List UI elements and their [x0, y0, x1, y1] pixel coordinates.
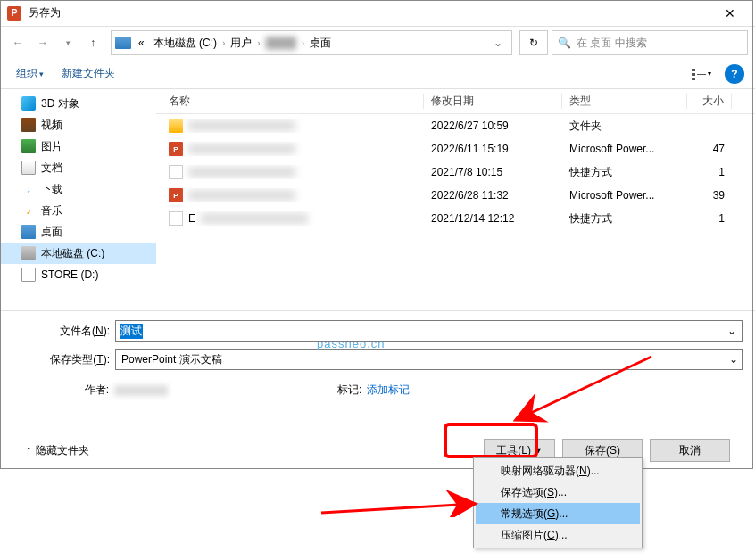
music-icon: ♪: [21, 203, 36, 218]
author-value-redacted[interactable]: [114, 385, 168, 396]
up-button[interactable]: ↑: [82, 32, 104, 54]
new-folder-button[interactable]: 新建文件夹: [56, 62, 120, 85]
chevron-right-icon: ›: [222, 38, 225, 48]
back-button[interactable]: ←: [7, 32, 29, 54]
cell-date: 2021/7/8 10:15: [424, 166, 562, 178]
documents-icon: [21, 161, 36, 175]
filename-redacted: [188, 120, 295, 131]
cell-type: Microsoft Power...: [562, 189, 687, 202]
svg-rect-4: [692, 78, 695, 80]
downloads-icon: ↓: [21, 182, 36, 196]
drive-icon: [115, 37, 131, 49]
cell-size: 1: [687, 212, 732, 225]
hide-folders-toggle[interactable]: ⌃ 隐藏文件夹: [25, 443, 89, 458]
tags-label: 标记:: [337, 383, 361, 398]
column-header-date[interactable]: 修改日期: [424, 94, 562, 109]
sidebar-item-videos[interactable]: 视频: [0, 114, 156, 136]
file-row[interactable]: P2022/6/28 11:32Microsoft Power...39: [156, 184, 755, 207]
breadcrumb-item-redacted[interactable]: ████: [262, 35, 300, 51]
drive-icon: [21, 246, 36, 260]
sidebar-item-store-d[interactable]: STORE (D:): [0, 264, 156, 285]
cell-type: Microsoft Power...: [562, 143, 687, 155]
chevron-right-icon: ›: [257, 38, 260, 48]
file-row[interactable]: 2022/6/27 10:59文件夹: [156, 114, 755, 137]
search-input[interactable]: 🔍 在 桌面 中搜索: [552, 30, 748, 55]
filename-dropdown[interactable]: ⌄: [724, 323, 740, 339]
cell-date: 2022/6/27 10:59: [424, 119, 562, 132]
menu-item-compress-pictures[interactable]: 压缩图片(C)...: [476, 524, 640, 546]
sidebar-item-pictures[interactable]: 图片: [0, 136, 156, 157]
svg-rect-3: [697, 74, 706, 75]
sidebar-item-documents[interactable]: 文档: [0, 157, 156, 178]
cell-date: 2021/12/14 12:12: [424, 212, 562, 225]
svg-rect-0: [692, 69, 695, 71]
sidebar-item-downloads[interactable]: ↓下载: [0, 178, 156, 200]
3d-objects-icon: [21, 96, 36, 111]
filetype-select[interactable]: PowerPoint 演示文稿 ⌄: [115, 349, 743, 370]
menu-item-save-options[interactable]: 保存选项(S)...: [476, 482, 640, 503]
cell-type: 快捷方式: [562, 165, 687, 180]
shortcut-icon: [169, 165, 183, 179]
refresh-button[interactable]: ↻: [519, 30, 548, 55]
videos-icon: [21, 118, 36, 132]
close-button[interactable]: ✕: [712, 1, 748, 26]
filename-input[interactable]: 测试 ⌄: [115, 320, 743, 342]
column-header-name[interactable]: 名称: [156, 94, 424, 109]
cancel-button[interactable]: 取消: [650, 439, 730, 462]
cell-size: 39: [687, 189, 732, 202]
help-button[interactable]: ?: [725, 64, 744, 84]
cell-date: 2022/6/11 15:19: [424, 143, 562, 155]
filename-redacted: [188, 190, 295, 201]
breadcrumb-item[interactable]: 用户: [227, 34, 255, 53]
tools-dropdown-menu: 映射网络驱动器(N)... 保存选项(S)... 常规选项(G)... 压缩图片…: [473, 457, 643, 548]
svg-rect-2: [692, 73, 695, 76]
app-icon: P: [7, 6, 21, 21]
breadcrumb-item[interactable]: 本地磁盘 (C:): [150, 34, 220, 53]
pictures-icon: [21, 139, 36, 153]
address-bar[interactable]: « 本地磁盘 (C:) › 用户 › ████ › 桌面 ⌄: [111, 30, 512, 55]
sidebar-item-music[interactable]: ♪音乐: [0, 200, 156, 221]
breadcrumb-prefix[interactable]: «: [135, 35, 148, 51]
organize-menu[interactable]: 组织▾: [11, 62, 49, 85]
sidebar-item-local-disk-c[interactable]: 本地磁盘 (C:): [0, 243, 156, 264]
file-list-header: 名称 修改日期 类型 大小: [156, 89, 755, 114]
filetype-label: 保存类型(T):: [12, 352, 115, 367]
powerpoint-icon: P: [169, 142, 183, 156]
menu-item-map-drive[interactable]: 映射网络驱动器(N)...: [476, 460, 640, 482]
filename-redacted: [188, 167, 295, 177]
file-list: 名称 修改日期 类型 大小 2022/6/27 10:59文件夹P2022/6/…: [156, 89, 755, 310]
file-row[interactable]: E2021/12/14 12:12快捷方式1: [156, 207, 755, 230]
annotation-arrow-2: [312, 482, 491, 517]
menu-item-general-options[interactable]: 常规选项(G)...: [476, 503, 640, 524]
recent-dropdown[interactable]: ▾: [57, 32, 79, 54]
search-icon: 🔍: [558, 37, 571, 49]
view-mode-button[interactable]: ▾: [685, 62, 718, 86]
folder-icon: [169, 119, 183, 133]
powerpoint-icon: P: [169, 188, 183, 202]
author-label: 作者:: [12, 383, 109, 398]
window-title: 另存为: [29, 5, 712, 21]
file-row[interactable]: P2022/6/11 15:19Microsoft Power...47: [156, 137, 755, 161]
breadcrumb-item[interactable]: 桌面: [306, 34, 335, 53]
sidebar-item-3d-objects[interactable]: 3D 对象: [0, 93, 156, 114]
cell-type: 快捷方式: [562, 211, 687, 226]
add-tags-link[interactable]: 添加标记: [367, 383, 410, 398]
filename-redacted: [188, 144, 295, 154]
svg-line-6: [321, 504, 473, 513]
file-row[interactable]: 2021/7/8 10:15快捷方式1: [156, 161, 755, 184]
column-header-type[interactable]: 类型: [562, 94, 687, 109]
filename-label: 文件名(N):: [12, 324, 115, 339]
filename-redacted: [201, 213, 308, 224]
sidebar: 3D 对象 视频 图片 文档 ↓下载 ♪音乐 桌面 本地磁盘 (C:) STOR…: [0, 89, 156, 310]
search-placeholder: 在 桌面 中搜索: [577, 36, 647, 51]
chevron-up-icon: ⌃: [25, 446, 32, 456]
drive-icon: [21, 268, 36, 282]
cell-date: 2022/6/28 11:32: [424, 189, 562, 202]
column-header-size[interactable]: 大小: [687, 94, 732, 109]
breadcrumb: « 本地磁盘 (C:) › 用户 › ████ › 桌面: [135, 34, 485, 53]
sidebar-item-desktop[interactable]: 桌面: [0, 221, 156, 243]
forward-button: →: [32, 32, 54, 54]
address-dropdown[interactable]: ⌄: [488, 37, 508, 49]
chevron-right-icon: ›: [302, 38, 304, 48]
cell-size: 1: [687, 166, 732, 178]
